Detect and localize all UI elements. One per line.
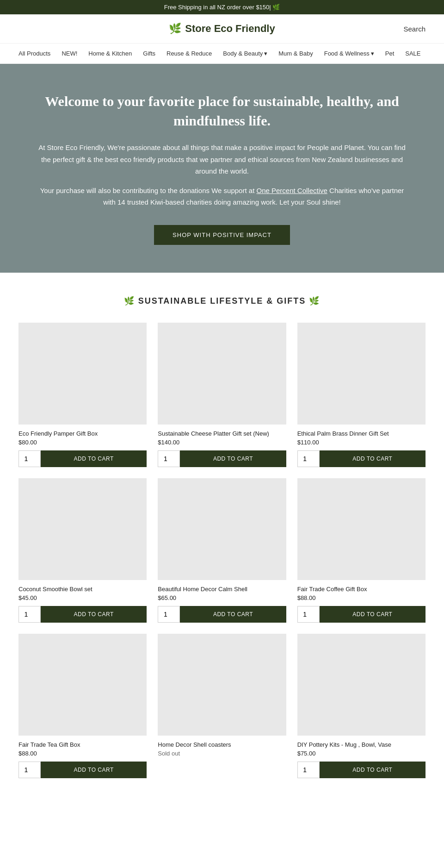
hero-para2: Your purchase will also be contributing … [37, 185, 407, 208]
nav-item-gifts[interactable]: Gifts [143, 50, 155, 57]
nav-label: Pet [385, 50, 395, 57]
product-image [18, 478, 147, 580]
nav-label: Food & Wellness [324, 50, 370, 57]
product-name: Home Decor Shell coasters [158, 741, 286, 748]
product-name: DIY Pottery Kits - Mug , Bowl, Vase [297, 741, 426, 748]
product-card: Ethical Palm Brass Dinner Gift Set$110.0… [297, 323, 426, 467]
quantity-stepper[interactable] [297, 450, 320, 467]
product-name: Fair Trade Coffee Gift Box [297, 586, 426, 593]
nav-label: Body & Beauty [223, 50, 263, 57]
nav-label: NEW! [62, 50, 77, 57]
product-card: Eco Friendly Pamper Gift Box$80.00ADD TO… [18, 323, 147, 467]
quantity-stepper[interactable] [18, 762, 41, 778]
add-to-cart-button[interactable]: ADD TO CART [41, 762, 147, 778]
quantity-stepper[interactable] [297, 762, 320, 778]
product-actions: ADD TO CART [297, 762, 426, 778]
product-price: $75.00 [297, 750, 426, 757]
main-nav: All Products NEW! Home & Kitchen Gifts R… [0, 44, 444, 64]
add-to-cart-button[interactable]: ADD TO CART [41, 606, 147, 623]
product-price: $140.00 [158, 439, 286, 446]
nav-item-body-beauty[interactable]: Body & Beauty ▾ [223, 50, 267, 57]
nav-item-food-wellness[interactable]: Food & Wellness ▾ [324, 50, 374, 57]
product-card: Coconut Smoothie Bowl set$45.00ADD TO CA… [18, 478, 147, 623]
hero-heading: Welcome to your favorite place for susta… [37, 92, 407, 131]
nav-item-sale[interactable]: SALE [405, 50, 420, 57]
nav-item-home-kitchen[interactable]: Home & Kitchen [88, 50, 132, 57]
nav-label: Reuse & Reduce [166, 50, 212, 57]
nav-label: All Products [18, 50, 50, 57]
product-name: Coconut Smoothie Bowl set [18, 586, 147, 593]
hero-para2-prefix: Your purchase will also be contributing … [40, 187, 257, 194]
product-card: Home Decor Shell coastersSold out [158, 634, 286, 778]
banner-text: Free Shipping in all NZ order over $150|… [164, 4, 280, 11]
add-to-cart-button[interactable]: ADD TO CART [320, 606, 426, 623]
quantity-stepper[interactable] [18, 606, 41, 623]
add-to-cart-button[interactable]: ADD TO CART [320, 762, 426, 778]
product-image [297, 478, 426, 580]
product-actions: ADD TO CART [158, 606, 286, 623]
add-to-cart-button[interactable]: ADD TO CART [320, 450, 426, 467]
add-to-cart-button[interactable]: ADD TO CART [41, 450, 147, 467]
product-actions: ADD TO CART [18, 450, 147, 467]
product-actions: ADD TO CART [18, 762, 147, 778]
nav-item-reuse-reduce[interactable]: Reuse & Reduce [166, 50, 212, 57]
product-price: $110.00 [297, 439, 426, 446]
quantity-stepper[interactable] [18, 450, 41, 467]
product-card: Sustainable Cheese Platter Gift set (New… [158, 323, 286, 467]
product-card: Beautiful Home Decor Calm Shell$65.00ADD… [158, 478, 286, 623]
search-button[interactable]: Search [403, 25, 426, 33]
product-name: Sustainable Cheese Platter Gift set (New… [158, 430, 286, 437]
products-grid: Eco Friendly Pamper Gift Box$80.00ADD TO… [18, 323, 426, 778]
product-image [158, 323, 286, 425]
product-image [297, 634, 426, 736]
add-to-cart-button[interactable]: ADD TO CART [180, 450, 286, 467]
logo-text: Store Eco Friendly [185, 23, 275, 35]
hero-section: Welcome to your favorite place for susta… [0, 64, 444, 273]
nav-item-all-products[interactable]: All Products [18, 50, 50, 57]
chevron-down-icon: ▾ [371, 50, 374, 57]
product-name: Beautiful Home Decor Calm Shell [158, 586, 286, 593]
chevron-down-icon: ▾ [264, 50, 267, 57]
product-image [158, 634, 286, 736]
product-name: Eco Friendly Pamper Gift Box [18, 430, 147, 437]
nav-label: Mum & Baby [278, 50, 313, 57]
product-image [18, 323, 147, 425]
nav-item-new[interactable]: NEW! [62, 50, 77, 57]
shop-cta-button[interactable]: SHOP WITH POSITIVE IMPACT [154, 225, 290, 245]
product-name: Ethical Palm Brass Dinner Gift Set [297, 430, 426, 437]
product-actions: ADD TO CART [18, 606, 147, 623]
logo[interactable]: 🌿 Store Eco Friendly [169, 23, 275, 35]
quantity-stepper[interactable] [158, 606, 180, 623]
header: 🌿 Store Eco Friendly Search [0, 14, 444, 44]
top-banner: Free Shipping in all NZ order over $150|… [0, 0, 444, 14]
products-section: 🌿 SUSTAINABLE LIFESTYLE & GIFTS 🌿 Eco Fr… [0, 273, 444, 801]
hero-para1: At Store Eco Friendly, We're passionate … [37, 142, 407, 177]
quantity-stepper[interactable] [158, 450, 180, 467]
section-title: 🌿 SUSTAINABLE LIFESTYLE & GIFTS 🌿 [18, 296, 426, 306]
product-price: $88.00 [18, 750, 147, 757]
logo-icon: 🌿 [169, 23, 181, 35]
product-image [297, 323, 426, 425]
nav-item-mum-baby[interactable]: Mum & Baby [278, 50, 313, 57]
nav-label: Home & Kitchen [88, 50, 132, 57]
product-card: Fair Trade Coffee Gift Box$88.00ADD TO C… [297, 478, 426, 623]
add-to-cart-button[interactable]: ADD TO CART [180, 606, 286, 623]
quantity-stepper[interactable] [297, 606, 320, 623]
nav-label: SALE [405, 50, 420, 57]
product-actions: ADD TO CART [297, 450, 426, 467]
product-price: $65.00 [158, 594, 286, 601]
nav-item-pet[interactable]: Pet [385, 50, 395, 57]
one-percent-link[interactable]: One Percent Collective [256, 187, 327, 194]
sold-out-label: Sold out [158, 750, 286, 757]
search-label: Search [403, 25, 426, 33]
product-actions: ADD TO CART [297, 606, 426, 623]
product-card: DIY Pottery Kits - Mug , Bowl, Vase$75.0… [297, 634, 426, 778]
product-actions: ADD TO CART [158, 450, 286, 467]
product-card: Fair Trade Tea Gift Box$88.00ADD TO CART [18, 634, 147, 778]
product-image [18, 634, 147, 736]
product-price: $88.00 [297, 594, 426, 601]
nav-label: Gifts [143, 50, 155, 57]
product-image [158, 478, 286, 580]
product-price: $80.00 [18, 439, 147, 446]
product-price: $45.00 [18, 594, 147, 601]
